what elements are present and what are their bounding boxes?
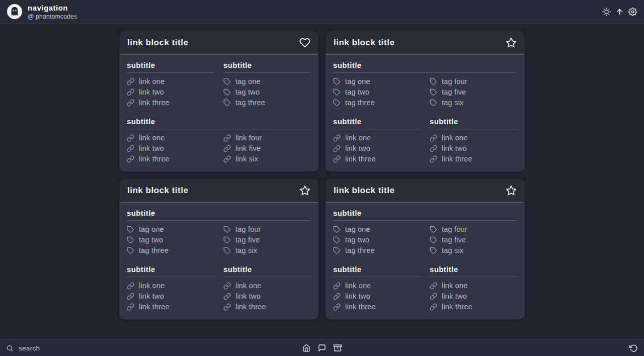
- list-item[interactable]: link three: [127, 154, 214, 164]
- list-item[interactable]: tag four: [430, 224, 517, 235]
- list-item[interactable]: tag six: [223, 245, 311, 256]
- heart-button[interactable]: [299, 37, 310, 48]
- list-item[interactable]: tag four: [223, 224, 311, 235]
- star-button[interactable]: [506, 37, 517, 48]
- bottom-bar: [0, 339, 644, 356]
- nav-actions: [602, 8, 637, 16]
- section-subtitle: subtitle: [430, 264, 517, 277]
- list-item[interactable]: tag two: [127, 235, 214, 245]
- tag-icon: [223, 99, 231, 107]
- tag-icon: [430, 236, 437, 244]
- list-item[interactable]: tag six: [430, 245, 517, 256]
- list-item[interactable]: link three: [430, 302, 517, 312]
- card-column: link onelink twolink three: [127, 133, 214, 164]
- list-item[interactable]: tag four: [430, 76, 517, 87]
- card-section: subtitlelink onelink twolink threesubtit…: [333, 264, 517, 312]
- item-label: link two: [139, 292, 164, 301]
- list-item[interactable]: tag five: [223, 235, 311, 245]
- item-label: link two: [235, 292, 261, 301]
- list-item[interactable]: link one: [223, 281, 311, 291]
- main-content: link block titlesubtitlelink onelink two…: [0, 24, 644, 339]
- list-item[interactable]: link two: [127, 87, 214, 98]
- link-icon: [127, 293, 134, 300]
- theme-toggle-button[interactable]: [602, 8, 611, 16]
- list-item[interactable]: link three: [430, 154, 517, 164]
- item-label: link two: [139, 144, 164, 153]
- card-column: subtitlelink onelink twolink three: [333, 116, 421, 164]
- list-item[interactable]: tag six: [430, 98, 517, 108]
- item-label: link five: [235, 144, 261, 153]
- list-item[interactable]: link two: [430, 291, 517, 302]
- item-label: tag five: [235, 236, 260, 244]
- card-column: tag fourtag fivetag six: [430, 76, 517, 108]
- list-item[interactable]: link five: [223, 143, 311, 154]
- chat-button[interactable]: [318, 344, 326, 352]
- card-section: subtitlelink onelink twolink threesubtit…: [127, 60, 311, 108]
- section-subtitle: subtitle: [430, 116, 517, 129]
- nav-identity: navigation @ phantomcodes: [28, 4, 77, 20]
- list-item[interactable]: tag three: [223, 98, 311, 108]
- list-item[interactable]: link one: [127, 281, 214, 291]
- list-item[interactable]: link one: [430, 133, 517, 143]
- list-item[interactable]: tag three: [127, 245, 214, 256]
- settings-button[interactable]: [628, 8, 637, 16]
- list-item[interactable]: link four: [223, 133, 311, 143]
- list-item[interactable]: link one: [333, 281, 421, 291]
- card-header: link block title: [326, 179, 525, 203]
- list-item[interactable]: tag two: [333, 235, 421, 245]
- list-item[interactable]: tag one: [333, 76, 421, 87]
- star-button[interactable]: [506, 185, 517, 196]
- list-item[interactable]: tag two: [333, 87, 421, 98]
- tag-icon: [223, 247, 231, 254]
- list-item[interactable]: tag three: [333, 98, 421, 108]
- card-column: tag onetag twotag three: [127, 224, 214, 256]
- item-label: tag two: [139, 236, 163, 244]
- tag-icon: [127, 236, 134, 244]
- archive-button[interactable]: [334, 344, 342, 352]
- list-item[interactable]: link two: [333, 143, 421, 154]
- list-item[interactable]: tag five: [430, 87, 517, 98]
- list-item[interactable]: link two: [430, 143, 517, 154]
- list-item[interactable]: tag two: [223, 87, 311, 98]
- list-item[interactable]: link three: [127, 98, 214, 108]
- list-item[interactable]: tag one: [127, 224, 214, 235]
- item-label: link six: [235, 155, 258, 163]
- list-item[interactable]: link six: [223, 154, 311, 164]
- list-item[interactable]: link three: [127, 302, 214, 312]
- list-item[interactable]: link two: [127, 291, 214, 302]
- list-item[interactable]: link three: [333, 154, 421, 164]
- scroll-top-button[interactable]: [615, 8, 624, 16]
- item-label: link three: [345, 303, 376, 311]
- card-column: subtitlelink onelink twolink three: [223, 264, 311, 312]
- card-column: subtitlelink onelink twolink three: [430, 264, 517, 312]
- list-item[interactable]: tag three: [333, 245, 421, 256]
- top-nav: navigation @ phantomcodes: [0, 0, 644, 24]
- list-item[interactable]: tag one: [333, 224, 421, 235]
- card-section: subtitlelink onelink twolink threesubtit…: [127, 264, 311, 312]
- link-icon: [333, 282, 341, 290]
- item-label: link two: [345, 144, 370, 153]
- list-item[interactable]: link two: [223, 291, 311, 302]
- list-item[interactable]: link one: [127, 76, 214, 87]
- list-item[interactable]: tag one: [223, 76, 311, 87]
- card-header: link block title: [119, 31, 318, 55]
- link-icon: [223, 145, 231, 152]
- link-icon: [333, 155, 341, 163]
- home-button[interactable]: [302, 344, 310, 352]
- star-button[interactable]: [299, 185, 310, 196]
- list-item[interactable]: link three: [333, 302, 421, 312]
- sync-button[interactable]: [629, 344, 638, 352]
- list-item[interactable]: link one: [430, 281, 517, 291]
- link-icon: [333, 303, 341, 311]
- list-item[interactable]: link three: [223, 302, 311, 312]
- list-item[interactable]: link two: [333, 291, 421, 302]
- link-icon: [223, 303, 231, 311]
- list-item[interactable]: link one: [333, 133, 421, 143]
- link-icon: [333, 293, 341, 300]
- list-item[interactable]: link one: [127, 133, 214, 143]
- item-label: link one: [345, 134, 371, 142]
- list-item[interactable]: link two: [127, 143, 214, 154]
- item-label: link one: [345, 282, 371, 290]
- section-subtitle: subtitle: [127, 264, 214, 277]
- list-item[interactable]: tag five: [430, 235, 517, 245]
